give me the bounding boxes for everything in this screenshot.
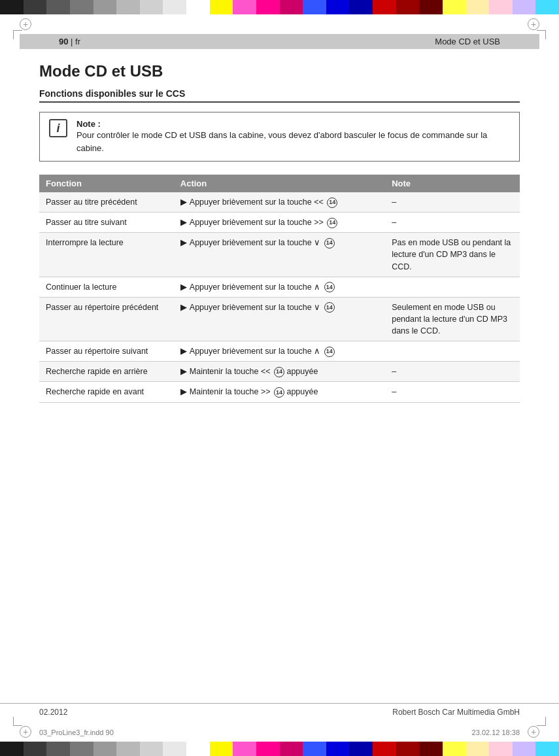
- cell-fonction: Passer au titre suivant: [39, 213, 174, 233]
- action-text: Maintenir la touche <<: [190, 367, 273, 376]
- cell-note: Pas en mode USB ou pendant la lecture d'…: [385, 233, 520, 277]
- cell-note: –: [385, 362, 520, 382]
- col-header-action: Action: [174, 175, 385, 192]
- action-arrow-icon: ▶: [180, 198, 187, 207]
- cell-fonction: Passer au répertoire suivant: [39, 341, 174, 362]
- note-text: Pour contrôler le mode CD et USB dans la…: [76, 129, 510, 154]
- table-row: Continuer la lecture▶Appuyer brièvement …: [39, 277, 520, 297]
- cell-note: [385, 341, 520, 362]
- reg-mark-left: [20, 18, 31, 30]
- cell-action: ▶Appuyer brièvement sur la touche ∧ 14: [174, 341, 385, 362]
- reg-mark-right: [528, 18, 539, 30]
- footer-company: Robert Bosch Car Multimedia GmbH: [392, 708, 520, 717]
- footer-date: 02.2012: [39, 708, 67, 717]
- note-content: Note : Pour contrôler le mode CD et USB …: [76, 119, 510, 154]
- action-text: Appuyer brièvement sur la touche ∨: [190, 303, 323, 312]
- action-badge: 14: [327, 218, 337, 228]
- color-bar-top: [0, 0, 559, 14]
- reg-mark-bottom-left: [20, 726, 31, 738]
- action-badge: 14: [324, 347, 335, 357]
- function-table: Fonction Action Note Passer au titre pré…: [39, 175, 520, 403]
- action-text: Appuyer brièvement sur la touche ∨: [190, 238, 323, 247]
- cell-note: –: [385, 382, 520, 402]
- action-text: Appuyer brièvement sur la touche ∧: [190, 283, 323, 292]
- action-text: Maintenir la touche >>: [190, 387, 273, 396]
- crop-mark-tl: [13, 30, 22, 39]
- table-row: Passer au titre suivant▶Appuyer brièveme…: [39, 213, 520, 233]
- cell-action: ▶Appuyer brièvement sur la touche ∨ 14: [174, 233, 385, 277]
- table-row: Recherche rapide en avant▶Maintenir la t…: [39, 382, 520, 402]
- cell-note: [385, 277, 520, 297]
- page-main-title: Mode CD et USB: [39, 62, 520, 80]
- table-row: Passer au répertoire suivant▶Appuyer bri…: [39, 341, 520, 362]
- reg-mark-bottom-right: [528, 726, 539, 738]
- action-badge: 14: [327, 198, 337, 208]
- col-header-fonction: Fonction: [39, 175, 174, 192]
- color-bar-bottom: [0, 742, 559, 756]
- section-title: Fonctions disponibles sur le CCS: [39, 88, 520, 103]
- cell-note: –: [385, 192, 520, 213]
- cell-action: ▶Maintenir la touche << 14 appuyée: [174, 362, 385, 382]
- table-row: Recherche rapide en arrière▶Maintenir la…: [39, 362, 520, 382]
- bottom-reg-area: [0, 722, 559, 742]
- bottom-area: [0, 722, 559, 756]
- action-arrow-icon: ▶: [180, 387, 187, 396]
- action-text: Appuyer brièvement sur la touche <<: [190, 198, 326, 207]
- action-suffix: appuyée: [284, 367, 318, 376]
- action-badge: 14: [324, 302, 335, 313]
- action-arrow-icon: ▶: [180, 238, 187, 247]
- table-row: Passer au titre précédent▶Appuyer briève…: [39, 192, 520, 213]
- cell-note: Seulement en mode USB ou pendant la lect…: [385, 297, 520, 341]
- page-header-title: Mode CD et USB: [435, 37, 500, 46]
- page-number: 90 | fr: [59, 37, 80, 46]
- page-header: 90 | fr Mode CD et USB: [20, 34, 539, 49]
- cell-action: ▶Appuyer brièvement sur la touche ∧ 14: [174, 277, 385, 297]
- cell-fonction: Interrompre la lecture: [39, 233, 174, 277]
- action-arrow-icon: ▶: [180, 347, 187, 356]
- cell-fonction: Passer au titre précédent: [39, 192, 174, 213]
- action-arrow-icon: ▶: [180, 303, 187, 312]
- cell-note: –: [385, 213, 520, 233]
- page-footer: 02.2012 Robert Bosch Car Multimedia GmbH: [0, 703, 559, 717]
- table-header-row: Fonction Action Note: [39, 175, 520, 192]
- action-arrow-icon: ▶: [180, 283, 187, 292]
- note-icon: i: [49, 119, 67, 137]
- cell-action: ▶Appuyer brièvement sur la touche ∨ 14: [174, 297, 385, 341]
- note-box: i Note : Pour contrôler le mode CD et US…: [39, 112, 520, 162]
- cell-action: ▶Appuyer brièvement sur la touche >> 14: [174, 213, 385, 233]
- action-badge: 14: [324, 282, 335, 292]
- action-badge: 14: [274, 387, 284, 398]
- note-label: Note :: [76, 119, 510, 129]
- action-badge: 14: [324, 238, 335, 249]
- cell-action: ▶Appuyer brièvement sur la touche << 14: [174, 192, 385, 213]
- cell-fonction: Recherche rapide en arrière: [39, 362, 174, 382]
- action-text: Appuyer brièvement sur la touche ∧: [190, 347, 323, 356]
- action-suffix: appuyée: [284, 387, 318, 396]
- registration-area: [0, 14, 559, 34]
- cell-fonction: Recherche rapide en avant: [39, 382, 174, 402]
- table-row: Interrompre la lecture▶Appuyer brièvemen…: [39, 233, 520, 277]
- crop-mark-tr: [537, 30, 546, 39]
- cell-fonction: Continuer la lecture: [39, 277, 174, 297]
- cell-fonction: Passer au répertoire précédent: [39, 297, 174, 341]
- col-header-note: Note: [385, 175, 520, 192]
- action-text: Appuyer brièvement sur la touche >>: [190, 218, 326, 227]
- action-arrow-icon: ▶: [180, 218, 187, 227]
- action-badge: 14: [274, 367, 284, 377]
- cell-action: ▶Maintenir la touche >> 14 appuyée: [174, 382, 385, 402]
- table-row: Passer au répertoire précédent▶Appuyer b…: [39, 297, 520, 341]
- main-content: Mode CD et USB Fonctions disponibles sur…: [39, 49, 520, 403]
- action-arrow-icon: ▶: [180, 367, 187, 376]
